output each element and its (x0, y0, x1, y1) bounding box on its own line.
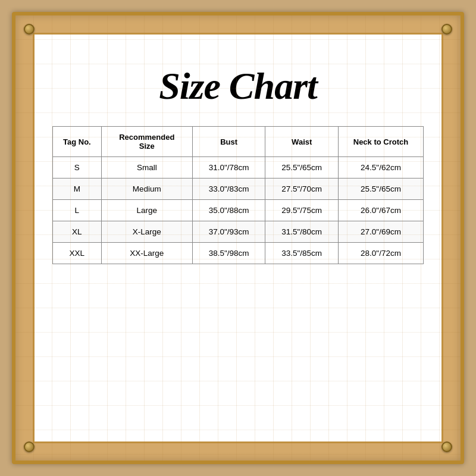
cell-bust: 37.0"/93cm (192, 221, 265, 243)
bolt-bottom-right (441, 441, 452, 452)
header-neck-to-crotch: Neck to Crotch (338, 127, 423, 157)
page-title: Size Chart (159, 64, 317, 108)
cell-tag: XL (53, 221, 102, 243)
table-row: XXLXX-Large38.5"/98cm33.5"/85cm28.0"/72c… (53, 243, 424, 264)
cell-recommended: Medium (101, 178, 192, 200)
cell-waist: 27.5"/70cm (265, 178, 339, 200)
cell-neck-to-crotch: 25.5"/65cm (338, 178, 423, 200)
header-bust: Bust (192, 127, 265, 157)
cell-neck-to-crotch: 27.0"/69cm (338, 221, 423, 243)
cell-bust: 38.5"/98cm (192, 243, 265, 264)
cell-recommended: XX-Large (101, 243, 192, 264)
table-row: SSmall31.0"/78cm25.5"/65cm24.5"/62cm (53, 157, 424, 178)
cell-waist: 33.5"/85cm (265, 243, 339, 264)
cell-waist: 25.5"/65cm (265, 157, 339, 178)
header-waist: Waist (265, 127, 339, 157)
cell-neck-to-crotch: 24.5"/62cm (338, 157, 423, 178)
cell-bust: 33.0"/83cm (192, 178, 265, 200)
cell-tag: L (53, 200, 102, 221)
table-row: MMedium33.0"/83cm27.5"/70cm25.5"/65cm (53, 178, 424, 200)
cell-waist: 29.5"/75cm (265, 200, 339, 221)
cell-neck-to-crotch: 28.0"/72cm (338, 243, 423, 264)
cell-recommended: Large (101, 200, 192, 221)
bolt-top-right (441, 24, 452, 35)
cell-bust: 35.0"/88cm (192, 200, 265, 221)
size-chart-table: Tag No. RecommendedSize Bust Waist Neck … (52, 126, 424, 264)
table-row: LLarge35.0"/88cm29.5"/75cm26.0"/67cm (53, 200, 424, 221)
table-row: XLX-Large37.0"/93cm31.5"/80cm27.0"/69cm (53, 221, 424, 243)
bolt-bottom-left (24, 441, 35, 452)
cell-recommended: Small (101, 157, 192, 178)
cell-waist: 31.5"/80cm (265, 221, 339, 243)
cell-neck-to-crotch: 26.0"/67cm (338, 200, 423, 221)
cell-recommended: X-Large (101, 221, 192, 243)
bolt-top-left (24, 24, 35, 35)
cell-bust: 31.0"/78cm (192, 157, 265, 178)
table-header-row: Tag No. RecommendedSize Bust Waist Neck … (53, 127, 424, 157)
content-area: Size Chart Tag No. RecommendedSize Bust … (33, 33, 443, 443)
wood-frame: Size Chart Tag No. RecommendedSize Bust … (12, 12, 464, 464)
cell-tag: XXL (53, 243, 102, 264)
header-tag: Tag No. (53, 127, 102, 157)
cell-tag: S (53, 157, 102, 178)
cell-tag: M (53, 178, 102, 200)
header-recommended: RecommendedSize (101, 127, 192, 157)
